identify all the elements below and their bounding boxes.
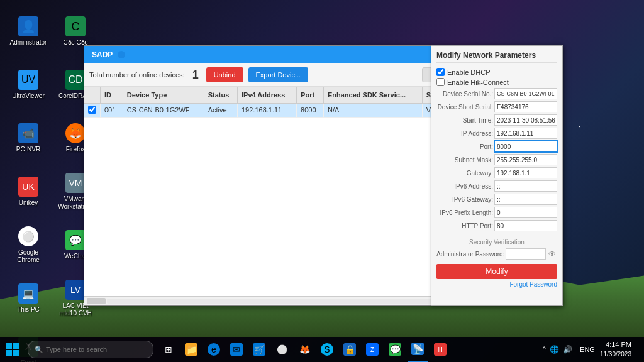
task-view-button[interactable]: ⊞ [158,337,179,362]
subnet-field[interactable] [494,154,557,165]
admin-password-row: Administrator Password: 👁 [436,248,557,260]
desktop-icon-unikey[interactable]: UK Unikey [6,167,50,217]
icon-label: Google Chrome [9,249,47,264]
row-id: 001 [101,103,123,117]
row-checkbox[interactable] [84,103,101,117]
taskbar-chrome[interactable]: ⚪ [272,337,292,362]
icon-label: UltraViewer [12,92,45,100]
taskbar-pinned-icons: ⊞ 📁 e ✉ 🛒 ⚪ 🦊 [158,337,450,362]
tray-icons: ^ 🌐 🔊 [542,345,572,354]
ipv6-gateway-field[interactable] [494,194,557,205]
col-checkbox [84,87,101,103]
start-time-label: Start Time: [436,117,493,124]
show-password-icon[interactable]: 👁 [547,250,557,258]
desktop-icon-ultraviewer[interactable]: UV UltraViewer [6,60,50,110]
taskbar-right: ^ 🌐 🔊 ENG 4:14 PM 11/30/2023 [542,340,644,358]
modify-panel: Modify Network Parameters Enable DHCP En… [431,45,563,306]
taskbar-search-box[interactable]: 🔍 [28,341,153,358]
row-port: 8000 [297,103,324,117]
http-port-label: HTTP Port: [436,222,493,229]
security-divider: Security Verification [436,236,557,246]
taskbar-zalo[interactable]: Z [362,337,382,362]
ipv6-address-row: IPv6 Address: [436,180,557,192]
icon-label: This PC [17,306,40,314]
ipv6-prefix-field[interactable] [494,207,557,218]
subnet-label: Subnet Mask: [436,156,493,163]
enable-dhcp-row: Enable DHCP [436,68,557,76]
http-port-row: HTTP Port: [436,220,557,231]
ipv6-gateway-row: IPv6 Gateway: [436,194,557,205]
serial-no-row: Device Serial No.: [436,88,557,99]
ipv6-gateway-label: IPv6 Gateway: [436,196,493,203]
ipv6-address-label: IPv6 Address: [436,183,493,190]
taskbar-file-explorer[interactable]: 📁 [181,337,201,362]
taskbar-vpn[interactable]: 🔒 [340,337,360,362]
enable-hik-row: Enable Hik-Connect [436,78,557,86]
taskbar-skype[interactable]: S [317,337,337,362]
gateway-row: Gateway: [436,167,557,178]
row-sdk: N/A [323,103,422,117]
taskbar-wechat[interactable]: 💬 [385,337,405,362]
tray-network-icon[interactable]: 🌐 [550,345,559,354]
taskbar-search-icon: 🔍 [35,346,43,354]
modify-button[interactable]: Modify [436,264,557,279]
col-device-type: Device Type [123,87,204,103]
desktop-icon-chrome[interactable]: ⚪ Google Chrome [6,220,50,270]
enable-dhcp-label: Enable DHCP [447,69,490,76]
admin-password-label: Administrator Password: [436,251,504,258]
taskbar-search-input[interactable] [46,346,140,353]
port-row: Port: [436,141,557,152]
taskbar: 🔍 ⊞ 📁 e ✉ 🛒 [0,337,644,362]
row-status: Active [204,103,237,117]
taskbar-sadp[interactable]: 📡 [408,337,428,362]
icon-label: Administrator [10,39,47,47]
desktop-icon-administrator[interactable]: 👤 Administrator [6,6,50,57]
http-port-field[interactable] [494,220,557,231]
admin-password-field[interactable] [506,248,546,260]
export-button[interactable]: Export Devic... [248,67,309,82]
sadp-title: SADP [92,50,113,59]
subnet-mask-row: Subnet Mask: [436,154,557,165]
col-ipv4: IPv4 Address [237,87,296,103]
tray-expand-icon[interactable]: ^ [542,345,546,354]
port-label: Port: [436,143,493,150]
ip-label: IP Address: [436,130,493,137]
taskbar-store[interactable]: 🛒 [249,337,269,362]
gateway-label: Gateway: [436,170,493,177]
enable-dhcp-checkbox[interactable] [436,68,445,76]
icon-label: Firefox [66,146,86,153]
svg-point-0 [118,51,125,58]
unbind-button[interactable]: Unbind [206,67,243,82]
taskbar-hik[interactable]: H [430,337,450,362]
row-ipv4: 192.168.1.11 [237,103,296,117]
sadp-app-icon [117,50,126,59]
language-indicator[interactable]: ENG [580,346,595,353]
taskbar-firefox[interactable]: 🦊 [294,337,314,362]
col-port: Port [297,87,324,103]
start-time-field[interactable] [494,114,557,126]
port-field[interactable] [494,141,557,152]
forgot-password-link[interactable]: Forgot Password [436,281,557,288]
short-serial-field[interactable] [494,101,557,112]
ipv6-prefix-row: IPv6 Prefix Length: [436,207,557,218]
taskbar-mail[interactable]: ✉ [226,337,247,362]
enable-hik-label: Enable Hik-Connect [447,79,509,86]
taskbar-clock[interactable]: 4:14 PM 11/30/2023 [600,340,631,358]
short-serial-label: Device Short Serial: [436,104,493,111]
start-button[interactable] [0,337,25,362]
desktop-icon-pcnvr[interactable]: 📹 PC-NVR [6,113,50,163]
col-sdk: Enhanced SDK Servic... [323,87,422,103]
icon-label: Unikey [19,199,38,207]
tray-volume-icon[interactable]: 🔊 [563,345,572,354]
enable-hik-checkbox[interactable] [436,78,445,86]
ipv6-address-field[interactable] [494,180,557,192]
gateway-field[interactable] [494,167,557,178]
start-time-row: Start Time: [436,114,557,126]
desktop-icon-thispc[interactable]: 💻 This PC [6,273,50,324]
short-serial-row: Device Short Serial: [436,101,557,112]
ip-field[interactable] [494,128,557,139]
taskbar-edge[interactable]: e [204,337,224,362]
windows-logo [6,343,19,356]
clock-time: 4:14 PM [600,340,631,349]
serial-no-field[interactable] [494,88,557,99]
